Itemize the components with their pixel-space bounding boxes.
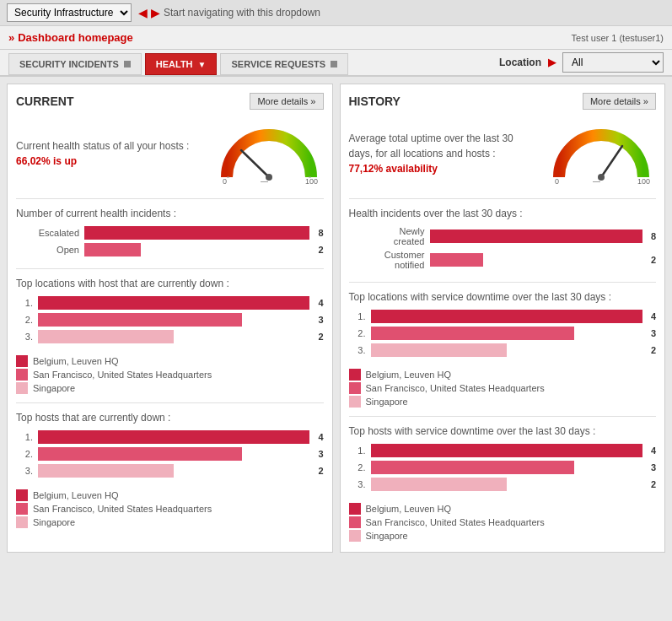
current-incident-title: Number of current health incidents : (16, 208, 324, 219)
hist-loc3-value: 2 (651, 345, 656, 355)
nav-hint: ◀ ▶ Start navigating with this dropdown (138, 6, 320, 19)
svg-text:100: 100 (637, 177, 650, 186)
host-legend-color-1 (16, 489, 28, 501)
hist-loc2-value: 3 (651, 328, 656, 338)
tab-security-incidents[interactable]: SECURITY INCIDENTS (8, 53, 142, 75)
legend-color-3 (16, 382, 28, 394)
loc1-bar-container (38, 296, 309, 310)
hist-loc-row-2: 2. 3 (349, 327, 657, 340)
current-incident-chart: Escalated 8 Open 2 (16, 226, 324, 256)
legend-color-1 (16, 355, 28, 367)
user-info: Test user 1 (testuser1) (572, 33, 664, 43)
current-hosts-title: Top hosts that are currently down : (16, 412, 324, 424)
open-bar-container (84, 243, 309, 256)
hist-host-legend-color-3 (349, 530, 361, 542)
svg-text:—: — (261, 177, 268, 186)
legend-color-2 (16, 369, 28, 381)
hist-legend-item-3: Singapore (349, 396, 657, 408)
history-more-details-button[interactable]: More details (583, 93, 656, 110)
hist-loc2-bar (371, 327, 575, 340)
hist-legend-item-1: Belgium, Leuven HQ (349, 369, 657, 381)
location-bar: Location ▶ All (499, 52, 664, 73)
svg-line-2 (241, 150, 269, 177)
host-legend-label-2: San Francisco, United States Headquarter… (33, 504, 212, 514)
history-title: HISTORY (349, 94, 401, 108)
tab-service-requests-label: SERVICE REQUESTS (231, 59, 325, 69)
svg-text:0: 0 (555, 177, 559, 186)
svg-text:0: 0 (223, 177, 227, 186)
service-requests-icon (331, 61, 337, 68)
history-gauge-text: Average total uptime over the last 30 da… (349, 131, 539, 176)
tab-service-requests[interactable]: SERVICE REQUESTS (220, 53, 348, 75)
host-legend-item-3: Singapore (16, 516, 324, 528)
history-gauge: 0 100 — (546, 118, 656, 188)
legend-label-3: Singapore (33, 383, 75, 393)
history-hosts-chart: 1. 4 2. 3 3. 2 (349, 444, 657, 491)
history-panel: HISTORY More details Average total uptim… (340, 84, 666, 553)
hist-legend-color-1 (349, 369, 361, 381)
open-value: 2 (318, 245, 323, 255)
loc2-rank: 2. (16, 315, 33, 325)
notified-label: Customernotified (358, 250, 425, 270)
legend-label-2: San Francisco, United States Headquarter… (33, 370, 212, 380)
host2-bar (38, 447, 242, 461)
tab-health[interactable]: HEALTH ▼ (145, 53, 218, 75)
hist-host-legend-label-3: Singapore (366, 531, 408, 541)
host3-bar-container (38, 464, 309, 478)
hist-loc1-bar-container (371, 310, 642, 323)
loc1-bar (38, 296, 309, 310)
open-label: Open (24, 245, 79, 255)
history-hosts-title: Top hosts with service downtime over the… (349, 425, 657, 437)
breadcrumb-bar: Dashboard homepage Test user 1 (testuser… (0, 26, 672, 50)
history-hosts-legend: Belgium, Leuven HQ San Francisco, United… (349, 503, 657, 542)
host2-value: 3 (318, 449, 323, 459)
current-panel: CURRENT More details Current health stat… (7, 84, 333, 553)
current-divider3 (16, 402, 324, 403)
host-legend-color-2 (16, 503, 28, 515)
loc1-value: 4 (318, 298, 323, 308)
hist-legend-label-3: Singapore (366, 397, 408, 407)
tab-security-incidents-label: SECURITY INCIDENTS (19, 59, 119, 69)
host-legend-item-2: San Francisco, United States Headquarter… (16, 503, 324, 515)
loc1-rank: 1. (16, 298, 33, 308)
hist-legend-label-1: Belgium, Leuven HQ (366, 370, 452, 380)
main-content: CURRENT More details Current health stat… (0, 77, 672, 559)
hist-host3-value: 2 (651, 479, 656, 489)
escalated-bar (84, 226, 309, 240)
notified-bar-container (430, 253, 642, 267)
hist-loc3-bar (371, 343, 507, 357)
svg-text:—: — (593, 177, 600, 186)
hist-host-row-3: 3. 2 (349, 478, 657, 491)
host3-rank: 3. (16, 466, 33, 476)
history-incident-chart: Newlycreated 8 Customernotified 2 (349, 226, 657, 270)
current-more-details-button[interactable]: More details (250, 93, 323, 110)
history-locations-legend: Belgium, Leuven HQ San Francisco, United… (349, 369, 657, 408)
history-divider1 (349, 198, 657, 199)
current-panel-header: CURRENT More details (16, 93, 324, 110)
hist-host-legend-item-1: Belgium, Leuven HQ (349, 503, 657, 515)
hist-host-row-1: 1. 4 (349, 444, 657, 457)
host1-value: 4 (318, 432, 323, 442)
loc2-bar (38, 313, 242, 327)
hist-host1-bar-container (371, 444, 642, 457)
history-divider2 (349, 282, 657, 283)
location-select[interactable]: All (562, 52, 664, 73)
hist-host2-value: 3 (651, 462, 656, 472)
hist-loc2-rank: 2. (349, 328, 366, 338)
current-locations-title: Top locations with host that are current… (16, 278, 324, 289)
hist-loc1-bar (371, 310, 642, 323)
host2-rank: 2. (16, 449, 33, 459)
hist-host-legend-item-3: Singapore (349, 530, 657, 542)
current-gauge-text: Current health status of all your hosts … (16, 138, 206, 169)
top-bar: Security Infrastructure ◀ ▶ Start naviga… (0, 0, 672, 26)
history-gauge-section: Average total uptime over the last 30 da… (349, 118, 657, 188)
location-row-3: 3. 2 (16, 330, 324, 343)
svg-line-7 (601, 146, 622, 177)
app-dropdown[interactable]: Security Infrastructure (7, 3, 132, 22)
hist-legend-color-3 (349, 396, 361, 408)
svg-text:100: 100 (305, 177, 318, 186)
history-gauge-svg: 0 100 — (546, 118, 656, 186)
current-gauge-value: 66,02% is up (16, 155, 77, 167)
location-row-1: 1. 4 (16, 296, 324, 310)
current-gauge-svg: 0 100 — (214, 118, 324, 186)
